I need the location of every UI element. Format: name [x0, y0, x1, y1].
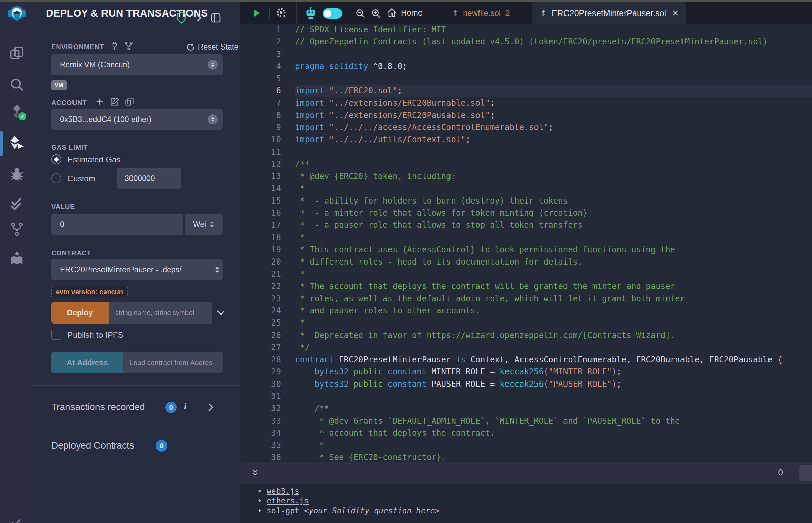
code-line[interactable]: 27 */: [241, 341, 812, 354]
code-line[interactable]: 3: [241, 48, 812, 60]
add-account-icon[interactable]: [95, 97, 105, 107]
code-line[interactable]: 25 *: [241, 317, 812, 329]
code-line[interactable]: 10import "../../../utils/Context.sol";: [241, 133, 812, 146]
ai-copilot-robot-icon[interactable]: [304, 6, 317, 20]
expand-constructor-icon[interactable]: [216, 307, 226, 318]
code-line[interactable]: 13 * @dev {ERC20} token, including:: [241, 170, 812, 182]
deploy-button[interactable]: Deploy: [51, 302, 109, 324]
terminal-list-item[interactable]: •web3.js: [257, 487, 299, 495]
reset-state-button[interactable]: Reset State: [186, 42, 239, 52]
line-number: 8: [241, 109, 295, 121]
code-line[interactable]: 14 *: [241, 182, 812, 195]
code-line[interactable]: 28contract ERC20PresetMinterPauser is Co…: [241, 354, 812, 366]
tab-label: ERC20PresetMinterPauser.sol: [552, 8, 666, 18]
code-line[interactable]: 26 * _Deprecated in favor of https://wiz…: [241, 329, 812, 341]
tab-erc20presetminterpauser[interactable]: ERC20PresetMinterPauser.sol ×: [532, 2, 686, 24]
code-line[interactable]: 20 * different roles - head to its docum…: [241, 256, 812, 268]
code-line[interactable]: 32 /**: [241, 402, 812, 414]
code-line[interactable]: 30 bytes32 public constant PAUSER_ROLE =…: [241, 378, 812, 390]
run-script-button[interactable]: [251, 8, 261, 18]
info-icon[interactable]: i: [184, 401, 187, 412]
transactions-expand-icon[interactable]: [207, 402, 214, 413]
fork-environment-icon[interactable]: [124, 41, 134, 51]
code-line[interactable]: 31: [241, 390, 812, 402]
unit-testing-icon[interactable]: [0, 196, 34, 212]
copy-account-icon[interactable]: [125, 97, 134, 107]
publish-ipfs-checkbox[interactable]: [51, 329, 61, 340]
settings-partial-icon[interactable]: [0, 519, 34, 523]
git-icon[interactable]: [0, 222, 34, 237]
line-number: 5: [241, 72, 295, 85]
value-label: VALUE: [51, 203, 75, 211]
terminal-output[interactable]: •web3.js•ethers.js•sol-gpt <your Solidit…: [241, 484, 812, 523]
at-address-button[interactable]: At Address: [51, 352, 123, 373]
code-line[interactable]: 6import "../ERC20.sol";: [241, 85, 812, 97]
code-line[interactable]: 15 * - ability for holders to burn (dest…: [241, 195, 812, 207]
code-line[interactable]: 11: [241, 146, 812, 158]
code-line[interactable]: 9import "../../../access/AccessControlEn…: [241, 121, 812, 133]
code-line[interactable]: 24 * and pauser roles to other accounts.: [241, 305, 812, 317]
constructor-args-input[interactable]: [109, 302, 212, 324]
home-icon: [387, 8, 397, 18]
plug-icon[interactable]: [110, 41, 119, 51]
terminal-list-item[interactable]: •ethers.js: [257, 497, 309, 505]
publish-ipfs-label: Publish to IPFS: [68, 330, 123, 340]
tab-newfile[interactable]: newfile.sol 2: [447, 2, 514, 24]
code-line[interactable]: 1// SPDX-License-Identifier: MIT: [241, 24, 812, 36]
pin-view-icon[interactable]: [210, 13, 221, 23]
sign-message-icon[interactable]: [110, 97, 119, 107]
code-line[interactable]: 2// OpenZeppelin Contracts (last updated…: [241, 36, 812, 48]
account-select[interactable]: 0x5B3...eddC4 (100 ether): [51, 109, 223, 130]
code-line[interactable]: 29 bytes32 public constant MINTER_ROLE =…: [241, 366, 812, 378]
terminal-list-item[interactable]: •sol-gpt <your Solidity question here>: [257, 506, 439, 515]
toolbar-divider: [269, 8, 270, 18]
contract-select[interactable]: ERC20PresetMinterPauser - .deps/: [51, 259, 223, 281]
remix-logo[interactable]: [0, 5, 34, 23]
shield-icon[interactable]: [175, 11, 188, 25]
ai-copilot-toggle[interactable]: [323, 8, 342, 19]
code-line[interactable]: 8import "../extensions/ERC20Pausable.sol…: [241, 109, 812, 121]
environment-select[interactable]: Remix VM (Cancun): [51, 54, 223, 75]
home-tab[interactable]: Home: [387, 8, 423, 18]
at-address-input[interactable]: [123, 352, 223, 373]
code-line[interactable]: 34 * account that deploys the contract.: [241, 427, 812, 439]
code-line[interactable]: 22 * The account that deploys the contra…: [241, 281, 812, 292]
code-line[interactable]: 5: [241, 72, 812, 85]
code-line[interactable]: 21 *: [241, 268, 812, 280]
deploy-button-label: Deploy: [67, 308, 93, 318]
search-icon[interactable]: [0, 77, 34, 92]
code-line[interactable]: 16 * - a minter role that allows for tok…: [241, 207, 812, 219]
expand-panel-icon[interactable]: [195, 14, 203, 22]
zoom-in-icon[interactable]: [371, 8, 382, 19]
terminal-bar[interactable]: 0: [241, 462, 812, 484]
code-line[interactable]: 18 *: [241, 232, 812, 244]
estimated-gas-label: Estimated Gas: [68, 155, 120, 164]
code-line[interactable]: 23 * roles, as well as the default admin…: [241, 292, 812, 305]
learneth-icon[interactable]: [0, 251, 34, 266]
code-line[interactable]: 7import "../extensions/ERC20Burnable.sol…: [241, 97, 812, 109]
terminal-search-input[interactable]: [799, 465, 812, 481]
code-line[interactable]: 17 * - a pauser role that allows to stop…: [241, 219, 812, 231]
code-editor[interactable]: 1// SPDX-License-Identifier: MIT2// Open…: [241, 24, 812, 462]
file-explorer-icon[interactable]: [0, 45, 34, 61]
code-line[interactable]: 19 * This contract uses {AccessControl} …: [241, 244, 812, 256]
code-line[interactable]: 12/**: [241, 158, 812, 170]
value-input[interactable]: [51, 214, 183, 235]
line-number: 31: [241, 390, 295, 402]
custom-gas-input[interactable]: [117, 168, 181, 189]
collapse-terminal-icon[interactable]: [250, 468, 259, 478]
solidity-compiler-icon[interactable]: [0, 104, 34, 120]
estimated-gas-radio[interactable]: [51, 154, 61, 164]
compile-run-settings-icon[interactable]: [276, 7, 288, 19]
zoom-out-icon[interactable]: [355, 8, 366, 19]
code-line[interactable]: 36 * See {ERC20-constructor}.: [241, 451, 812, 462]
custom-gas-radio[interactable]: [51, 173, 61, 183]
deploy-and-run-icon[interactable]: [0, 135, 34, 152]
code-line[interactable]: 4pragma solidity ^0.8.0;: [241, 60, 812, 72]
tab-close-icon[interactable]: ×: [672, 8, 678, 18]
code-line[interactable]: 33 * @dev Grants `DEFAULT_ADMIN_ROLE`, `…: [241, 415, 812, 427]
indent-guide: [315, 415, 315, 462]
value-unit-select[interactable]: Wei: [185, 214, 223, 235]
debugger-icon[interactable]: [0, 166, 34, 182]
code-line[interactable]: 35 *: [241, 439, 812, 451]
